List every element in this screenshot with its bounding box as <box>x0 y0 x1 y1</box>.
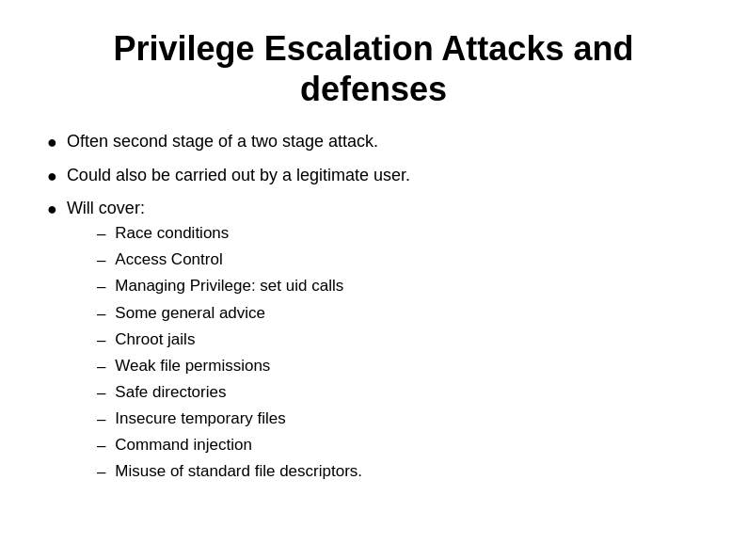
sub-text-2-3: Some general advice <box>115 303 265 324</box>
sub-text-2-5: Weak file permissions <box>115 356 270 376</box>
slide-title: Privilege Escalation Attacks and defense… <box>47 28 700 109</box>
bullet-item-2: ●Will cover:–Race conditions–Access Cont… <box>47 197 700 488</box>
bullet-item-0: ●Often second stage of a two stage attac… <box>47 130 700 153</box>
sub-marker-icon: – <box>97 250 105 271</box>
sub-marker-icon: – <box>97 383 105 404</box>
sub-text-2-8: Command injection <box>115 435 252 456</box>
sub-list-2: –Race conditions–Access Control–Managing… <box>97 223 362 483</box>
sub-marker-icon: – <box>97 224 105 245</box>
bullet-text-2: Will cover: <box>67 199 145 217</box>
bullet-marker: ● <box>47 165 57 187</box>
sub-marker-icon: – <box>97 409 105 430</box>
bullet-marker: ● <box>47 198 57 220</box>
sub-item-2-0: –Race conditions <box>97 223 362 245</box>
sub-text-2-4: Chroot jails <box>115 329 195 350</box>
bullet-marker: ● <box>47 131 57 153</box>
sub-text-2-9: Misuse of standard file descriptors. <box>115 461 362 482</box>
sub-item-2-4: –Chroot jails <box>97 329 362 351</box>
sub-marker-icon: – <box>97 277 105 297</box>
bullet-text-1: Could also be carried out by a legitimat… <box>67 164 410 186</box>
sub-marker-icon: – <box>97 357 105 377</box>
sub-text-2-2: Managing Privilege: set uid calls <box>115 276 343 296</box>
sub-item-2-2: –Managing Privilege: set uid calls <box>97 276 362 297</box>
main-bullet-list: ●Often second stage of a two stage attac… <box>47 130 700 497</box>
sub-item-2-5: –Weak file permissions <box>97 356 362 377</box>
sub-marker-icon: – <box>97 304 105 325</box>
sub-marker-icon: – <box>97 436 105 456</box>
bullet-content-2: Will cover:–Race conditions–Access Contr… <box>67 197 362 488</box>
sub-text-2-1: Access Control <box>115 249 222 270</box>
sub-marker-icon: – <box>97 462 105 483</box>
sub-item-2-6: –Safe directories <box>97 382 362 404</box>
bullet-text-0: Often second stage of a two stage attack… <box>67 130 378 152</box>
sub-text-2-6: Safe directories <box>115 382 226 403</box>
sub-item-2-8: –Command injection <box>97 435 362 456</box>
sub-item-2-1: –Access Control <box>97 249 362 271</box>
sub-text-2-7: Insecure temporary files <box>115 408 285 429</box>
title-line1: Privilege Escalation Attacks and <box>114 29 634 68</box>
sub-text-2-0: Race conditions <box>115 223 229 244</box>
sub-item-2-3: –Some general advice <box>97 303 362 325</box>
title-line2: defenses <box>300 70 447 108</box>
sub-item-2-9: –Misuse of standard file descriptors. <box>97 461 362 483</box>
sub-marker-icon: – <box>97 330 105 351</box>
slide: Privilege Escalation Attacks and defense… <box>0 0 747 560</box>
sub-item-2-7: –Insecure temporary files <box>97 408 362 430</box>
bullet-item-1: ●Could also be carried out by a legitima… <box>47 164 700 187</box>
